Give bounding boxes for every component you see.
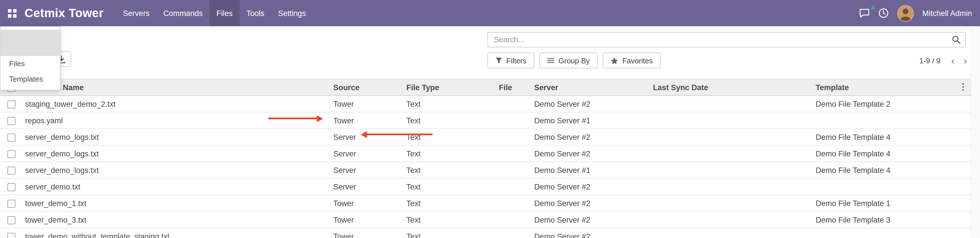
cell-last-sync-date[interactable] (649, 178, 812, 195)
cell-rendered-name[interactable]: server_demo_logs.txt (22, 145, 330, 162)
cell-template[interactable]: Demo File Template 4 (812, 145, 971, 162)
messages-icon[interactable]: 4 (859, 8, 870, 18)
cell-source[interactable]: Server (330, 178, 403, 195)
cell-file[interactable] (495, 178, 531, 195)
row-checkbox[interactable] (8, 100, 16, 108)
pager-previous-icon[interactable]: ‹ (947, 56, 958, 65)
column-header-file-type[interactable]: File Type (403, 79, 495, 95)
user-name[interactable]: Mitchell Admin (922, 9, 972, 17)
cell-template[interactable] (812, 112, 971, 129)
column-header-file[interactable]: File (495, 79, 531, 95)
cell-source[interactable]: Server (330, 145, 403, 162)
apps-grid-icon[interactable] (8, 9, 17, 17)
cell-rendered-name[interactable]: tower_demo_without_template_staging.txt (22, 228, 330, 238)
row-checkbox[interactable] (8, 183, 16, 191)
cell-server[interactable]: Demo Server #1 (531, 112, 649, 129)
table-row[interactable]: server_demo_logs.txtServerTextDemo Serve… (0, 145, 971, 162)
cell-rendered-name[interactable]: staging_tower_demo_2.txt (22, 95, 330, 112)
cell-last-sync-date[interactable] (649, 129, 812, 145)
avatar[interactable] (897, 5, 914, 21)
row-checkbox[interactable] (8, 133, 16, 141)
cell-template[interactable]: Demo File Template 4 (812, 162, 971, 178)
cell-file-type[interactable]: Text (403, 112, 495, 129)
cell-template[interactable]: Demo File Template 4 (812, 129, 971, 145)
row-checkbox[interactable] (8, 150, 16, 158)
cell-file[interactable] (495, 129, 531, 145)
table-row[interactable]: server_demo_logs.txtServerTextDemo Serve… (0, 129, 971, 145)
group-by-button[interactable]: Group By (540, 52, 598, 68)
nav-servers[interactable]: Servers (116, 0, 156, 26)
table-row[interactable]: tower_demo_3.txtTowerTextDemo Server #2D… (0, 211, 971, 228)
cell-template[interactable]: Demo File Template 2 (812, 95, 971, 112)
cell-last-sync-date[interactable] (649, 195, 812, 211)
cell-file-type[interactable]: Text (403, 178, 495, 195)
scrollbar-track[interactable] (971, 26, 980, 238)
cell-file-type[interactable]: Text (403, 195, 495, 211)
cell-rendered-name[interactable]: tower_demo_3.txt (22, 211, 330, 228)
cell-server[interactable]: Demo Server #2 (531, 211, 649, 228)
cell-file[interactable] (495, 162, 531, 178)
cell-server[interactable]: Demo Server #2 (531, 129, 649, 145)
column-header-source[interactable]: Source (330, 79, 403, 95)
row-checkbox[interactable] (8, 117, 16, 125)
cell-source[interactable]: Tower (330, 211, 403, 228)
cell-server[interactable]: Demo Server #1 (531, 162, 649, 178)
cell-template[interactable] (812, 228, 971, 238)
nav-files[interactable]: Files (210, 0, 239, 26)
nav-commands[interactable]: Commands (156, 0, 210, 26)
cell-file[interactable] (495, 95, 531, 112)
column-header-rendered-name[interactable]: Rendered Name (22, 79, 330, 95)
table-row[interactable]: repos.yamlTowerTextDemo Server #1 (0, 112, 971, 129)
cell-file[interactable] (495, 145, 531, 162)
row-checkbox[interactable] (8, 167, 16, 175)
nav-files[interactable] (1, 30, 60, 56)
cell-server[interactable]: Demo Server #2 (531, 95, 649, 112)
cell-last-sync-date[interactable] (649, 112, 812, 129)
table-row[interactable]: server_demo_logs.txtServerTextDemo Serve… (0, 162, 971, 178)
cell-file[interactable] (495, 211, 531, 228)
search-icon[interactable] (952, 35, 961, 46)
cell-last-sync-date[interactable] (649, 95, 812, 112)
favorites-button[interactable]: Favorites (603, 52, 661, 68)
cell-file-type[interactable]: Text (403, 211, 495, 228)
nav-tools[interactable]: Tools (239, 0, 271, 26)
cell-template[interactable] (812, 178, 971, 195)
filters-button[interactable]: Filters (487, 52, 535, 68)
pager-next-icon[interactable]: › (960, 56, 971, 65)
cell-source[interactable]: Server (330, 162, 403, 178)
column-header-last-sync-date[interactable]: Last Sync Date (649, 79, 812, 95)
cell-rendered-name[interactable]: server_demo_logs.txt (22, 129, 330, 145)
cell-rendered-name[interactable]: repos.yaml (22, 112, 330, 129)
dropdown-item-templates[interactable]: Templates (1, 71, 60, 87)
table-row[interactable]: tower_demo_1.txtTowerTextDemo Server #2D… (0, 195, 971, 211)
cell-file-type[interactable]: Text (403, 145, 495, 162)
cell-file-type[interactable]: Text (403, 95, 495, 112)
cell-server[interactable]: Demo Server #2 (531, 228, 649, 238)
cell-last-sync-date[interactable] (649, 228, 812, 238)
search-input[interactable] (487, 32, 966, 48)
cell-file[interactable] (495, 195, 531, 211)
cell-file-type[interactable]: Text (403, 228, 495, 238)
row-checkbox[interactable] (8, 200, 16, 208)
nav-settings[interactable]: Settings (271, 0, 313, 26)
row-checkbox[interactable] (8, 216, 16, 224)
column-header-template[interactable]: Template ⋮ (812, 79, 971, 95)
table-row[interactable]: server_demo.txtServerTextDemo Server #2 (0, 178, 971, 195)
cell-file-type[interactable]: Text (403, 129, 495, 145)
row-checkbox[interactable] (8, 233, 16, 238)
cell-file[interactable] (495, 112, 531, 129)
cell-rendered-name[interactable]: server_demo.txt (22, 178, 330, 195)
cell-source[interactable]: Tower (330, 228, 403, 238)
table-row[interactable]: staging_tower_demo_2.txtTowerTextDemo Se… (0, 95, 971, 112)
dropdown-item-files[interactable]: Files (1, 56, 60, 71)
table-row[interactable]: tower_demo_without_template_staging.txtT… (0, 228, 971, 238)
cell-source[interactable]: Tower (330, 112, 403, 129)
cell-server[interactable]: Demo Server #2 (531, 195, 649, 211)
cell-source[interactable]: Tower (330, 195, 403, 211)
optional-columns-icon[interactable]: ⋮ (959, 82, 967, 91)
activities-icon[interactable] (878, 8, 889, 18)
cell-file-type[interactable]: Text (403, 162, 495, 178)
cell-server[interactable]: Demo Server #2 (531, 145, 649, 162)
cell-template[interactable]: Demo File Template 1 (812, 195, 971, 211)
cell-file[interactable] (495, 228, 531, 238)
